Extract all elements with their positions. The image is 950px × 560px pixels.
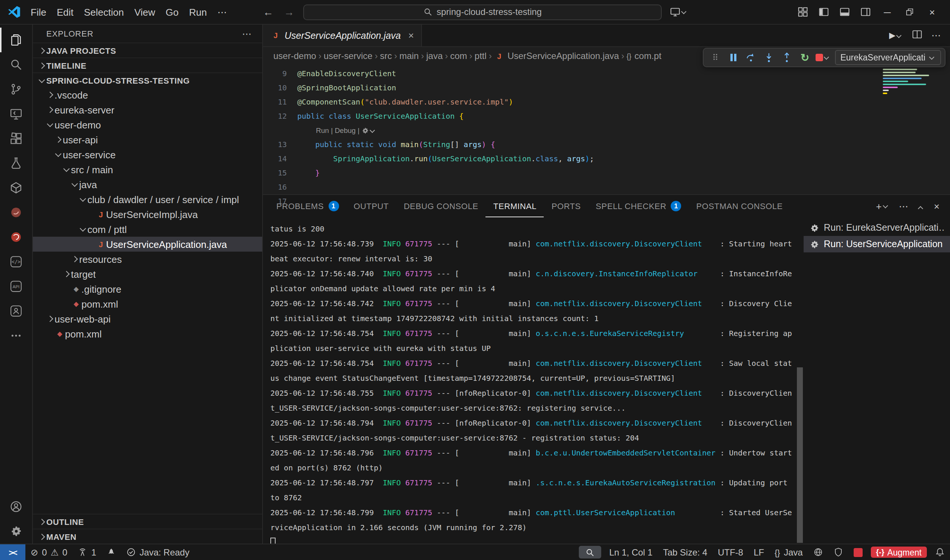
close-panel-icon[interactable]: × [934, 200, 939, 212]
run-item-run-userserviceapplication[interactable]: Run: UserServiceApplication [804, 236, 950, 252]
spring-boot-icon[interactable] [0, 200, 32, 225]
panel-more-actions-icon[interactable]: ⋯ [899, 200, 908, 212]
notifications-bell[interactable] [930, 544, 950, 560]
toggle-secondary-sidebar-icon[interactable] [856, 3, 875, 21]
pause-button[interactable] [725, 49, 741, 66]
explorer-more-actions-icon[interactable]: ⋯ [242, 28, 252, 39]
extensions-icon[interactable] [0, 126, 32, 151]
stop-button[interactable] [815, 49, 830, 66]
docker-icon[interactable] [0, 175, 32, 200]
account-icon[interactable] [0, 494, 32, 519]
codelens-debug-link[interactable]: Debug [334, 123, 356, 137]
tree-item-user-demo[interactable]: user-demo [33, 117, 262, 132]
scrollbar-thumb[interactable] [797, 368, 803, 543]
toggle-panel-icon[interactable] [835, 3, 855, 21]
code-runner-icon[interactable]: </> [0, 249, 32, 274]
code-editor[interactable]: ⠿ ↻ EurekaServerApplicati [263, 65, 950, 194]
menu-edit[interactable]: Edit [52, 5, 79, 19]
breadcrumb-item-user-demo[interactable]: user-demo [273, 51, 316, 61]
section-spring-cloud-stress-testing[interactable]: SPRING-CLOUD-STRESS-TESTING [33, 72, 262, 88]
encoding-status[interactable]: UTF-8 [713, 544, 748, 560]
toggle-sidebar-icon[interactable] [814, 3, 833, 21]
menu-go[interactable]: Go [160, 5, 184, 19]
language-status[interactable]: {} Java [769, 544, 808, 560]
tree-item-userserviceimpl-java[interactable]: JUserServiceImpl.java [33, 207, 262, 222]
section-java-projects[interactable]: JAVA PROJECTS [33, 43, 262, 57]
back-button[interactable]: ← [262, 6, 275, 18]
tab-userserviceapplication[interactable]: J UserServiceApplication.java × [263, 25, 422, 46]
indentation-status[interactable]: Tab Size: 4 [657, 544, 713, 560]
panel-tab-terminal[interactable]: TERMINAL [486, 195, 544, 217]
section-outline[interactable]: OUTLINE [33, 514, 262, 529]
api-client-icon[interactable]: API [0, 274, 32, 298]
remote-explorer-icon[interactable] [0, 102, 32, 126]
panel-tab-spell-checker[interactable]: SPELL CHECKER1 [588, 195, 688, 217]
forward-button[interactable]: → [282, 6, 296, 18]
tab-close-icon[interactable]: × [408, 30, 414, 41]
tree-item-club-dawdler-user-service-impl[interactable]: club / dawdler / user / service / impl [33, 192, 262, 207]
search-view-icon[interactable] [0, 52, 32, 77]
step-out-button[interactable] [779, 49, 794, 66]
testing-icon[interactable] [0, 151, 32, 175]
breadcrumb-item-user-service[interactable]: user-service [324, 51, 373, 61]
tree-item-user-web-api[interactable]: user-web-api [33, 311, 262, 326]
cursor-position[interactable]: Ln 1, Col 1 [604, 544, 657, 560]
ai-assistant-icon[interactable] [0, 298, 32, 323]
tree-item-user-api[interactable]: user-api [33, 132, 262, 147]
problems-status[interactable]: ⊘ 0 ⚠ 0 [25, 544, 72, 560]
panel-tab-postman-console[interactable]: POSTMAN CONSOLE [689, 195, 791, 217]
run-java-button[interactable]: ▶ [889, 31, 903, 40]
breadcrumb-item-com[interactable]: com [450, 51, 467, 61]
eol-status[interactable]: LF [748, 544, 769, 560]
tree-item-java[interactable]: java [33, 177, 262, 192]
java-status[interactable]: Java: Ready [121, 544, 194, 560]
minimize-button[interactable]: ─ [877, 2, 898, 22]
rocket-status[interactable] [102, 544, 121, 560]
menu-more[interactable]: ⋯ [212, 5, 232, 19]
ports-status[interactable]: 1 [72, 544, 101, 560]
panel-tab-debug-console[interactable]: DEBUG CONSOLE [396, 195, 486, 217]
editor-more-actions-icon[interactable]: ⋯ [932, 30, 941, 41]
restore-button[interactable] [899, 2, 920, 22]
remote-window-icon[interactable] [669, 3, 688, 21]
new-terminal-button[interactable]: + [876, 200, 890, 212]
codelens-config-icon[interactable] [362, 126, 369, 134]
run-item-run-eurekaserverapplicati[interactable]: Run: EurekaServerApplicati… [804, 220, 950, 236]
browser-status-icon[interactable] [808, 544, 828, 560]
spell-checker-status-icon[interactable] [828, 544, 848, 560]
panel-tab-ports[interactable]: PORTS [544, 195, 588, 217]
breadcrumb-item-java[interactable]: java [426, 51, 442, 61]
tree-item-user-service[interactable]: user-service [33, 147, 262, 162]
tree-item-pom-xml[interactable]: ◆pom.xml [33, 326, 262, 341]
tree-item-vscode[interactable]: .vscode [33, 88, 262, 102]
command-center-search[interactable]: spring-cloud-stress-testing [303, 4, 662, 20]
menu-selection[interactable]: Selection [79, 5, 129, 19]
tree-item-resources[interactable]: resources [33, 252, 262, 266]
breadcrumb-item-userserviceapplication-java[interactable]: JUserServiceApplication.java [494, 51, 619, 61]
split-editor-icon[interactable] [912, 29, 922, 42]
step-into-button[interactable] [761, 49, 777, 66]
toolbar-drag-handle[interactable]: ⠿ [712, 52, 718, 62]
record-status-icon[interactable] [848, 544, 868, 560]
debug-config-select[interactable]: EurekaServerApplicati [835, 50, 941, 65]
panel-tab-output[interactable]: OUTPUT [346, 195, 396, 217]
tree-item-pom-xml[interactable]: ◆pom.xml [33, 297, 262, 311]
explorer-icon[interactable] [0, 28, 32, 52]
terminal-output[interactable]: tatus is 2002025-06-12 17:56:48.739 INFO… [263, 217, 794, 543]
maximize-panel-icon[interactable] [918, 202, 925, 210]
customize-layout-icon[interactable] [793, 3, 813, 21]
augment-status[interactable]: {-} Augment [871, 546, 927, 558]
remote-indicator[interactable]: >< [0, 544, 25, 560]
section-timeline[interactable]: TIMELINE [33, 57, 262, 72]
menu-run[interactable]: Run [184, 5, 212, 19]
step-over-button[interactable] [743, 49, 759, 66]
gradle-icon[interactable] [0, 225, 32, 249]
breadcrumb-item-src[interactable]: src [380, 51, 392, 61]
menu-view[interactable]: View [129, 5, 160, 19]
breadcrumb-item-pttl[interactable]: pttl [475, 51, 487, 61]
tree-item-com-pttl[interactable]: com / pttl [33, 222, 262, 237]
minimap[interactable] [881, 67, 941, 95]
tree-item-userserviceapplication-java[interactable]: JUserServiceApplication.java [33, 237, 262, 252]
tree-item-gitignore[interactable]: ◆.gitignore [33, 282, 262, 297]
source-control-icon[interactable] [0, 77, 32, 102]
